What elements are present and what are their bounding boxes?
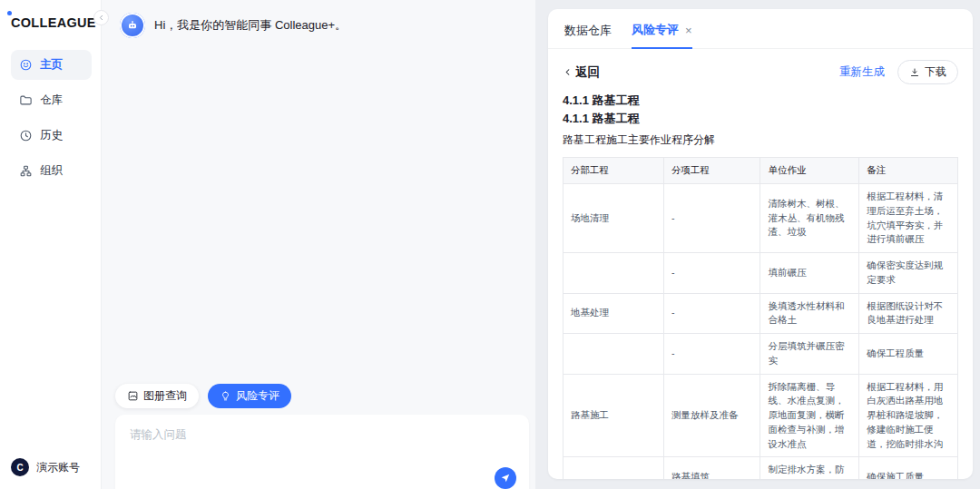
sidebar-item-home[interactable]: 主页 — [11, 50, 92, 80]
table-row: -分层填筑并碾压密实确保工程质量 — [564, 334, 958, 375]
history-clock-icon — [19, 129, 33, 142]
col-header: 单位作业 — [760, 158, 859, 184]
album-icon — [127, 390, 139, 402]
message-input-box — [115, 415, 529, 489]
work-breakdown-table: 分部工程 分项工程 单位作业 备注 场地清理-清除树木、树根、灌木丛、有机物残渣… — [563, 157, 958, 479]
table-row: 路基填筑制定排水方案，防止水浸泡确保施工质量 — [564, 457, 958, 479]
download-label: 下载 — [925, 64, 946, 80]
sidebar-item-label: 主页 — [40, 57, 63, 73]
account-label: 演示账号 — [36, 460, 80, 475]
folder-icon — [19, 93, 33, 107]
download-button[interactable]: 下载 — [897, 60, 958, 84]
regenerate-button[interactable]: 重新生成 — [839, 64, 885, 80]
table-cell — [564, 457, 664, 479]
org-chart-icon — [19, 164, 33, 178]
sidebar-item-label: 历史 — [40, 128, 63, 143]
back-button[interactable]: 返回 — [563, 64, 600, 81]
robot-icon — [125, 18, 140, 33]
table-cell: 确保密实度达到规定要求 — [859, 253, 958, 294]
chevron-left-icon — [563, 67, 573, 77]
table-cell: - — [663, 184, 760, 253]
tab-label: 数据仓库 — [564, 23, 612, 39]
table-cell — [564, 253, 664, 294]
sidebar-item-label: 仓库 — [40, 93, 63, 108]
table-row: 路基施工测量放样及准备拆除隔离栅、导线、水准点复测，原地面复测，横断面检查与补测… — [564, 374, 958, 457]
album-query-button[interactable]: 图册查询 — [115, 384, 199, 408]
table-cell: 根据工程材料，清理后运至弃土场，坑穴填平夯实，并进行填前碾压 — [859, 184, 958, 253]
table-row: 地基处理-换填透水性材料和合格土根据图纸设计对不良地基进行处理 — [564, 293, 958, 334]
table-cell: - — [663, 334, 760, 375]
sidebar-item-organization[interactable]: 组织 — [11, 156, 92, 186]
table-cell: 根据图纸设计对不良地基进行处理 — [859, 293, 958, 334]
app-root: COLLEAGUE+ 主页 仓库 历史 组织 C 演示账号 — [0, 0, 980, 489]
paper-plane-icon — [500, 473, 511, 484]
table-cell: 测量放样及准备 — [663, 374, 760, 457]
assistant-avatar — [120, 13, 145, 38]
table-cell: 换填透水性材料和合格土 — [760, 293, 859, 334]
table-cell: 填前碾压 — [760, 253, 859, 294]
chat-composer: 图册查询 风险专评 — [115, 384, 529, 489]
sidebar-item-repository[interactable]: 仓库 — [11, 85, 92, 115]
sidebar-item-history[interactable]: 历史 — [11, 121, 92, 151]
table-cell: 确保施工质量 — [859, 457, 958, 479]
table-cell: 根据工程材料，用白灰洒出路基用地界桩和路堤坡脚，修建临时施工便道，挖临时排水沟 — [859, 374, 958, 457]
send-button[interactable] — [495, 467, 516, 489]
risk-review-button[interactable]: 风险专评 — [208, 384, 291, 408]
table-row: -填前碾压确保密实度达到规定要求 — [564, 253, 958, 294]
assistant-message: Hi，我是你的智能同事 Colleague+。 — [102, 0, 535, 38]
logo-text: COLLEAGUE — [11, 15, 96, 30]
table-cell: - — [663, 293, 760, 334]
assistant-message-text: Hi，我是你的智能同事 Colleague+。 — [154, 13, 347, 38]
table-body: 场地清理-清除树木、树根、灌木丛、有机物残渣、垃圾根据工程材料，清理后运至弃土场… — [564, 184, 958, 479]
table-cell: 制定排水方案，防止水浸泡 — [760, 457, 859, 479]
panel-body: 返回 重新生成 下载 4.1.1 路基工程 4.1.1 路基工程 路基工程施工主… — [548, 49, 973, 479]
table-header-row: 分部工程 分项工程 单位作业 备注 — [564, 158, 958, 184]
account-row[interactable]: C 演示账号 — [11, 458, 92, 476]
table-row: 场地清理-清除树木、树根、灌木丛、有机物残渣、垃圾根据工程材料，清理后运至弃土场… — [564, 184, 958, 253]
col-header: 分项工程 — [663, 158, 760, 184]
doc-title-line1: 4.1.1 路基工程 — [563, 92, 958, 110]
table-cell: 拆除隔离栅、导线、水准点复测，原地面复测，横断面检查与补测，增设水准点 — [760, 374, 859, 457]
panel-toolbar: 返回 重新生成 下载 — [563, 60, 958, 84]
app-logo: COLLEAGUE+ — [11, 13, 92, 30]
tab-label: 风险专评 — [632, 22, 679, 38]
back-label: 返回 — [575, 64, 600, 81]
tab-close-icon[interactable]: × — [685, 24, 692, 36]
logo-dot-icon — [7, 11, 12, 15]
table-cell: 路基填筑 — [663, 457, 760, 479]
table-cell — [564, 334, 664, 375]
risk-review-label: 风险专评 — [236, 388, 279, 404]
table-cell: 分层填筑并碾压密实 — [760, 334, 859, 375]
sidebar-item-label: 组织 — [40, 163, 63, 179]
chat-panel: Hi，我是你的智能同事 Colleague+。 图册查询 风险专评 — [102, 0, 535, 489]
account-avatar: C — [11, 458, 29, 476]
message-input[interactable] — [115, 415, 529, 489]
sidebar-collapse-button[interactable] — [93, 10, 109, 25]
table-cell: 地基处理 — [564, 293, 664, 334]
table-cell: 确保工程质量 — [859, 334, 958, 375]
panel-actions: 重新生成 下载 — [839, 60, 958, 84]
tool-pills: 图册查询 风险专评 — [115, 384, 529, 408]
tab-data-warehouse[interactable]: 数据仓库 — [564, 23, 612, 48]
col-header: 分部工程 — [564, 158, 664, 184]
table-cell: 清除树木、树根、灌木丛、有机物残渣、垃圾 — [760, 184, 859, 253]
bulb-icon — [220, 390, 231, 402]
table-cell: 场地清理 — [564, 184, 664, 253]
tab-risk-review[interactable]: 风险专评 × — [632, 22, 692, 49]
table-cell: - — [663, 253, 760, 294]
panel-tabbar: 数据仓库 风险专评 × — [548, 9, 973, 49]
album-query-label: 图册查询 — [143, 388, 187, 404]
doc-title-line2: 4.1.1 路基工程 — [563, 110, 958, 128]
sidebar: COLLEAGUE+ 主页 仓库 历史 组织 C 演示账号 — [0, 0, 102, 489]
doc-subtitle: 路基工程施工主要作业程序分解 — [563, 132, 958, 148]
result-panel: 数据仓库 风险专评 × 返回 重新生成 下载 — [548, 9, 973, 479]
download-icon — [909, 67, 920, 78]
table-cell: 路基施工 — [564, 374, 664, 457]
col-header: 备注 — [859, 158, 958, 184]
home-smiley-icon — [19, 58, 33, 72]
chevron-left-icon — [97, 14, 105, 22]
sidebar-nav: 主页 仓库 历史 组织 — [11, 50, 92, 186]
